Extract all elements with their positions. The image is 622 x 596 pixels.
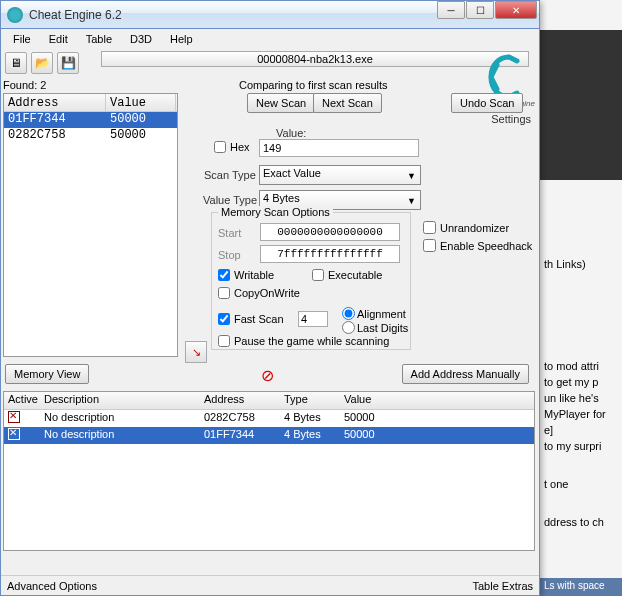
cheat-desc: No description [40,410,200,427]
no-entry-icon: ⊘ [256,364,278,386]
cheat-type: 4 Bytes [280,427,340,444]
result-value: 50000 [106,112,176,128]
cheat-desc: No description [40,427,200,444]
menu-edit[interactable]: Edit [41,31,76,47]
cheat-addr: 01FF7344 [200,427,280,444]
bg-line: t one [544,478,568,490]
menu-file[interactable]: File [5,31,39,47]
menu-table[interactable]: Table [78,31,120,47]
menu-d3d[interactable]: D3D [122,31,160,47]
value-input[interactable] [259,139,419,157]
result-row[interactable]: 01FF7344 50000 [4,112,177,128]
hex-checkbox[interactable]: Hex [214,141,250,153]
freeze-checkbox[interactable] [8,428,20,440]
add-to-list-button[interactable]: ↘ [185,341,207,363]
window-title: Cheat Engine 6.2 [29,8,122,22]
bg-line: e] [544,424,553,436]
new-scan-button[interactable]: New Scan [247,93,315,113]
unrandomizer-checkbox[interactable]: Unrandomizer [423,221,509,234]
next-scan-button[interactable]: Next Scan [313,93,382,113]
col-value[interactable]: Value [106,94,176,111]
cheat-table[interactable]: Active Description Address Type Value No… [3,391,535,551]
found-count-label: Found: 2 [3,79,46,91]
results-header[interactable]: Address Value [4,94,177,112]
undo-scan-button[interactable]: Undo Scan [451,93,523,113]
start-address-input[interactable] [260,223,400,241]
table-extras-link[interactable]: Table Extras [472,580,533,592]
cheat-engine-window: Cheat Engine 6.2 ─ ☐ ✕ File Edit Table D… [0,0,540,596]
col-value[interactable]: Value [340,392,420,409]
bg-line: to mod attri [544,360,599,372]
fast-scan-checkbox[interactable]: Fast Scan [218,313,284,325]
freeze-checkbox[interactable] [8,411,20,423]
cheat-type: 4 Bytes [280,410,340,427]
maximize-button[interactable]: ☐ [466,1,494,19]
folder-open-icon: 📂 [35,56,50,70]
executable-checkbox[interactable]: Executable [312,269,382,281]
result-address: 0282C758 [4,128,106,144]
cheat-addr: 0282C758 [200,410,280,427]
fast-scan-input[interactable] [298,311,328,327]
minimize-button[interactable]: ─ [437,1,465,19]
bg-statusbar: Ls with space [540,578,622,596]
alignment-radio[interactable]: Alignment [342,307,406,320]
col-description[interactable]: Description [40,392,200,409]
open-process-button[interactable]: 🖥 [5,52,27,74]
col-address[interactable]: Address [200,392,280,409]
stop-address-input[interactable] [260,245,400,263]
result-value: 50000 [106,128,176,144]
scan-results-list[interactable]: Address Value 01FF7344 50000 0282C758 50… [3,93,178,357]
bg-line: to my surpri [544,440,601,452]
value-label: Value: [276,127,306,139]
memory-view-button[interactable]: Memory View [5,364,89,384]
cheat-value: 50000 [340,427,420,444]
statusbar: Advanced Options Table Extras [1,575,539,595]
col-address[interactable]: Address [4,94,106,111]
value-type-label: Value Type [203,194,257,206]
result-address: 01FF7344 [4,112,106,128]
menu-help[interactable]: Help [162,31,201,47]
memory-scan-options-group: Memory Scan Options Start Stop Writable … [211,212,411,350]
app-icon [7,7,23,23]
advanced-options-link[interactable]: Advanced Options [7,580,97,592]
cheat-row[interactable]: No description 0282C758 4 Bytes 50000 [4,410,534,427]
bg-line: un like he's [544,392,599,404]
floppy-icon: 💾 [61,56,76,70]
mem-options-title: Memory Scan Options [218,206,333,218]
scan-type-label: Scan Type [204,169,256,181]
titlebar[interactable]: Cheat Engine 6.2 ─ ☐ ✕ [1,1,539,29]
settings-link[interactable]: Settings [491,113,531,125]
add-address-manually-button[interactable]: Add Address Manually [402,364,529,384]
scan-type-select[interactable]: Exact Value [259,165,421,185]
result-row[interactable]: 0282C758 50000 [4,128,177,144]
pause-game-checkbox[interactable]: Pause the game while scanning [218,335,389,347]
bg-links-title: th Links) [544,258,586,270]
start-label: Start [218,227,241,239]
copyonwrite-checkbox[interactable]: CopyOnWrite [218,287,300,299]
stop-label: Stop [218,249,241,261]
last-digits-radio[interactable]: Last Digits [342,321,408,334]
cheat-row[interactable]: No description 01FF7344 4 Bytes 50000 [4,427,534,444]
comparing-label: Comparing to first scan results [239,79,388,91]
arrow-down-right-icon: ↘ [192,346,201,359]
computer-icon: 🖥 [10,56,22,70]
cheat-table-header[interactable]: Active Description Address Type Value [4,392,534,410]
writable-checkbox[interactable]: Writable [218,269,274,281]
close-button[interactable]: ✕ [495,1,537,19]
speedhack-checkbox[interactable]: Enable Speedhack [423,239,532,252]
cheat-value: 50000 [340,410,420,427]
process-name[interactable]: 00000804-nba2k13.exe [101,51,529,67]
bg-line: to get my p [544,376,598,388]
menubar: File Edit Table D3D Help [1,29,539,49]
col-type[interactable]: Type [280,392,340,409]
save-button[interactable]: 💾 [57,52,79,74]
background-dark [540,30,622,180]
bg-line: ddress to ch [544,516,604,528]
col-active[interactable]: Active [4,392,40,409]
open-file-button[interactable]: 📂 [31,52,53,74]
bg-line: MyPlayer for [544,408,606,420]
